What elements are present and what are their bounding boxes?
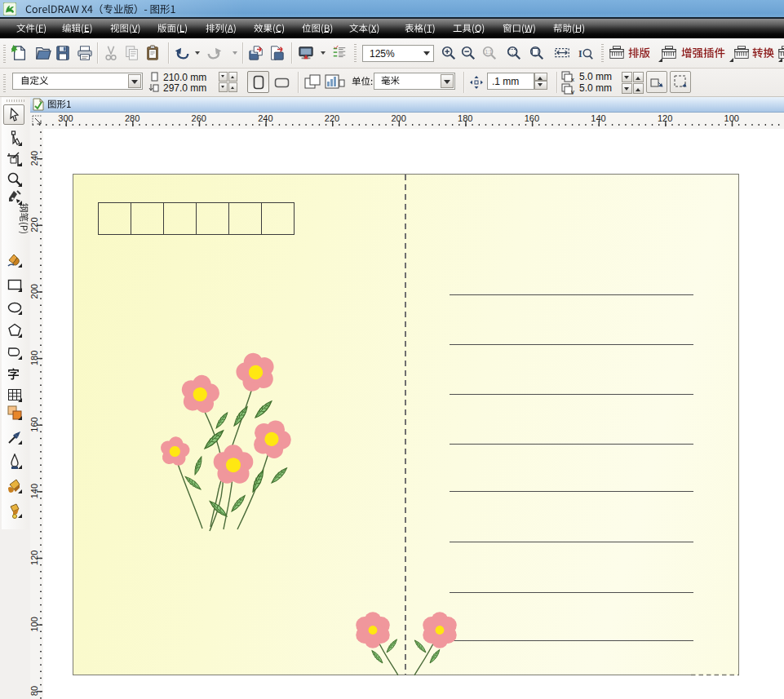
svg-text:220: 220 — [30, 217, 39, 232]
svg-text:200: 200 — [391, 113, 405, 123]
svg-text:x: x — [571, 76, 574, 82]
svg-text:180: 180 — [30, 351, 39, 365]
svg-text:240: 240 — [30, 151, 39, 166]
svg-text:300: 300 — [58, 113, 73, 123]
svg-text:140: 140 — [591, 113, 605, 123]
svg-text:160: 160 — [30, 417, 39, 431]
svg-text:140: 140 — [30, 484, 39, 498]
svg-text:80: 80 — [30, 686, 39, 696]
svg-text:180: 180 — [458, 113, 472, 123]
svg-text:1:1: 1:1 — [485, 49, 493, 55]
svg-text:200: 200 — [30, 284, 39, 299]
svg-text:y: y — [571, 88, 574, 95]
svg-text:100: 100 — [30, 617, 39, 631]
svg-text:280: 280 — [125, 113, 140, 123]
svg-text:120: 120 — [30, 551, 39, 565]
svg-text:240: 240 — [258, 113, 272, 123]
svg-text:120: 120 — [658, 113, 672, 123]
svg-text:100: 100 — [724, 113, 739, 123]
svg-text:160: 160 — [525, 113, 539, 123]
svg-text:260: 260 — [192, 113, 206, 123]
svg-text:220: 220 — [325, 113, 339, 123]
svg-text:I: I — [578, 48, 582, 60]
